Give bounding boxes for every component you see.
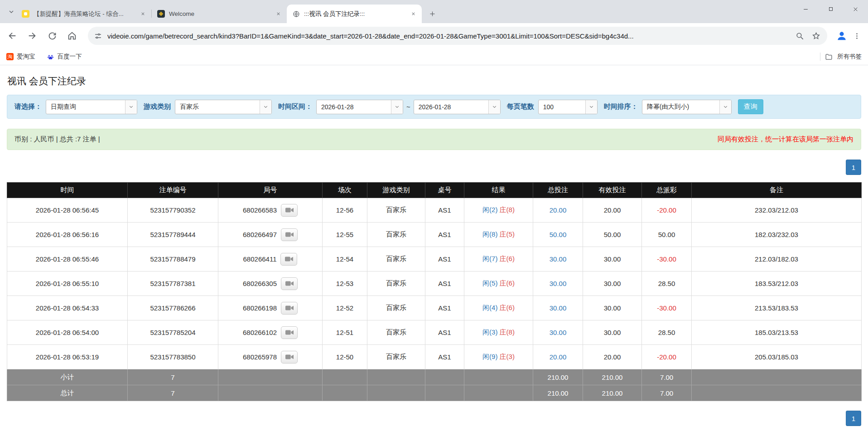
sort-order-select[interactable]: 降幂(由大到小) [642, 100, 732, 114]
bookmark-baidu[interactable]: 百度一下 [47, 53, 82, 61]
folder-icon [825, 53, 833, 61]
tabs-container: 【新提醒】海燕策略论坛 - 综合... Welcome :::视讯 会员下注纪录… [16, 0, 438, 23]
tab-forum[interactable]: 【新提醒】海燕策略论坛 - 综合... [16, 5, 151, 23]
round-number: 680266411 [243, 255, 277, 263]
taobao-icon: 淘 [6, 53, 14, 60]
bookmark-aitaobao[interactable]: 淘 爱淘宝 [6, 53, 35, 61]
result-player: 闲(5) [482, 279, 497, 287]
cell-total-bet[interactable]: 30.00 [533, 247, 583, 271]
date-end-input[interactable]: 2026-01-28 [414, 100, 501, 114]
video-replay-icon[interactable] [281, 277, 298, 290]
close-icon[interactable] [275, 10, 282, 18]
video-replay-icon[interactable] [281, 302, 298, 315]
cell-payout: -30.00 [642, 247, 692, 271]
cell-bet-id: 523157785204 [128, 320, 218, 345]
navigation-bar: videoie.com/game/betrecord_search/kind3?… [0, 23, 868, 48]
cell-round: 680266411 [218, 247, 323, 271]
query-button[interactable]: 查询 [738, 99, 763, 114]
chevron-down-icon [719, 100, 731, 114]
forward-button[interactable] [26, 30, 38, 42]
video-replay-icon[interactable] [281, 351, 298, 363]
site-settings-icon[interactable] [94, 32, 102, 40]
header-round: 局号 [218, 183, 323, 198]
back-button[interactable] [6, 30, 18, 42]
cell-valid-bet: 30.00 [583, 320, 642, 345]
tab-welcome[interactable]: Welcome [152, 5, 287, 23]
all-bookmarks[interactable]: 所有书签 [820, 53, 862, 61]
header-note: 备注 [692, 183, 862, 198]
minimize-button[interactable] [793, 0, 818, 18]
cell-valid-bet: 50.00 [583, 223, 642, 247]
subtotal-valid-bet: 210.00 [583, 369, 642, 385]
cell-time: 2026-01-28 06:55:10 [7, 271, 128, 296]
video-replay-icon[interactable] [281, 228, 298, 241]
choose-label: 请选择： [14, 102, 42, 111]
cell-bet-id: 523157783850 [128, 345, 218, 369]
round-number: 680265978 [243, 353, 277, 361]
url-text[interactable]: videoie.com/game/betrecord_search/kind3?… [107, 32, 783, 40]
result-player: 闲(7) [482, 255, 497, 262]
close-window-button[interactable] [843, 0, 868, 18]
subtotal-label: 小计 [7, 369, 128, 385]
grand-total-row: 总计 7 210.00 210.00 7.00 [7, 385, 862, 401]
browser-menu-icon[interactable] [852, 31, 862, 41]
cell-total-bet[interactable]: 30.00 [533, 296, 583, 320]
cell-game-type: 百家乐 [367, 247, 425, 271]
close-icon[interactable] [410, 10, 417, 18]
close-icon[interactable] [139, 10, 147, 18]
cell-payout: -20.00 [642, 345, 692, 369]
chevron-down-icon [391, 100, 403, 114]
tab-bet-records[interactable]: :::视讯 会员下注纪录::: [287, 5, 422, 23]
result-banker: 庄(3) [500, 353, 515, 360]
globe-favicon-icon [292, 10, 300, 18]
maximize-button[interactable] [818, 0, 843, 18]
video-replay-icon[interactable] [281, 204, 298, 217]
cell-valid-bet: 30.00 [583, 271, 642, 296]
cell-session: 12-51 [323, 320, 367, 345]
video-replay-icon[interactable] [281, 326, 298, 339]
summary-bar: 币别 : 人民币 | 总共 :7 注单 | 同局有效投注，统一计算在该局第一张注… [7, 129, 861, 150]
cell-game-type: 百家乐 [367, 198, 425, 223]
video-replay-icon[interactable] [280, 253, 297, 266]
grand-total-valid-bet: 210.00 [583, 385, 642, 401]
cell-total-bet[interactable]: 30.00 [533, 320, 583, 345]
forum-favicon-icon [22, 10, 29, 18]
cell-total-bet[interactable]: 20.00 [533, 198, 583, 223]
date-start-input[interactable]: 2026-01-28 [316, 100, 403, 114]
page-size-select[interactable]: 100 [538, 100, 598, 114]
cell-note: 182.03/232.03 [692, 223, 862, 247]
cell-note: 232.03/212.03 [692, 198, 862, 223]
query-type-select[interactable]: 日期查询 [46, 100, 137, 114]
address-bar[interactable]: videoie.com/game/betrecord_search/kind3?… [88, 27, 827, 45]
cell-bet-id: 523157790352 [128, 198, 218, 223]
game-type-select[interactable]: 百家乐 [175, 100, 272, 114]
result-banker: 庄(8) [500, 328, 515, 336]
page-1-button[interactable]: 1 [846, 411, 861, 426]
reload-button[interactable] [46, 30, 58, 42]
divider [820, 53, 820, 61]
page-1-button[interactable]: 1 [846, 160, 861, 175]
cell-total-bet[interactable]: 30.00 [533, 271, 583, 296]
cell-session: 12-56 [323, 198, 367, 223]
profile-avatar[interactable] [835, 29, 848, 42]
range-separator: ~ [406, 103, 410, 111]
bookmark-star-icon[interactable] [811, 31, 821, 41]
cell-time: 2026-01-28 06:55:46 [7, 247, 128, 271]
result-player: 闲(9) [482, 353, 497, 360]
result-player: 闲(3) [482, 328, 497, 336]
tab-search-chevron-button[interactable] [6, 7, 16, 17]
cell-result: 闲(3) 庄(8) [464, 320, 533, 345]
cell-payout: 28.50 [642, 320, 692, 345]
cell-note: 213.53/183.53 [692, 296, 862, 320]
cell-table-no: AS1 [425, 320, 464, 345]
grand-total-payout: 7.00 [642, 385, 692, 401]
cell-total-bet[interactable]: 50.00 [533, 223, 583, 247]
cell-total-bet[interactable]: 20.00 [533, 345, 583, 369]
currency-summary: 币别 : 人民币 | 总共 :7 注单 | [14, 135, 100, 144]
cell-round: 680266497 [218, 223, 323, 247]
home-button[interactable] [66, 30, 78, 42]
cell-session: 12-52 [323, 296, 367, 320]
new-tab-button[interactable] [426, 8, 438, 19]
search-icon[interactable] [795, 31, 805, 41]
cell-valid-bet: 20.00 [583, 345, 642, 369]
